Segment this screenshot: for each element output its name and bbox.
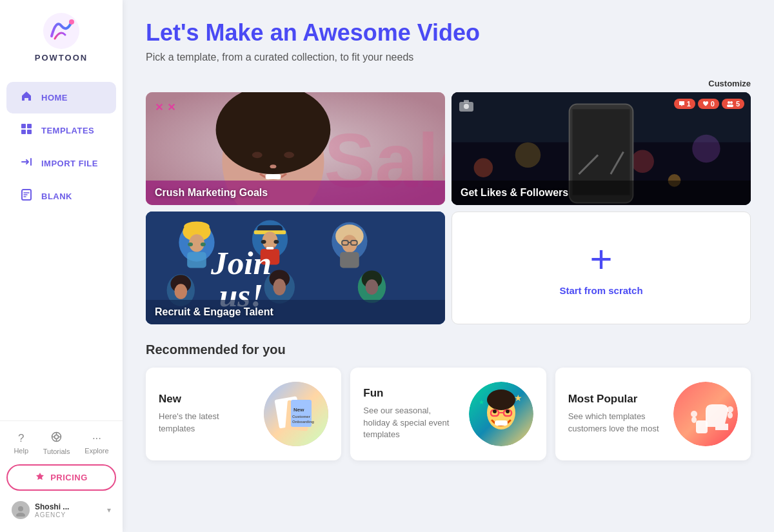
people-count: 5 — [736, 100, 740, 108]
likes-card-title: Get Likes & Followers — [461, 187, 568, 198]
svg-point-39 — [730, 101, 733, 104]
rec-card-new-text: New Here's the latest templates — [159, 393, 253, 435]
explore-icon: ··· — [92, 432, 101, 445]
svg-point-36 — [464, 104, 469, 109]
home-icon — [19, 90, 34, 106]
svg-text:★: ★ — [514, 393, 522, 403]
user-row[interactable]: Shoshi ... AGENCY ▾ — [6, 498, 116, 522]
recruit-card-title: Recruit & Engage Talent — [155, 306, 273, 317]
comment-count: 1 — [687, 100, 691, 108]
svg-point-20 — [284, 152, 294, 158]
sidebar-item-label-import: IMPORT FILE — [41, 159, 98, 168]
rec-card-new-desc: Here's the latest templates — [159, 411, 253, 435]
rec-card-new[interactable]: New Here's the latest templates — [146, 368, 341, 460]
tutorials-icon — [51, 431, 62, 446]
pricing-icon — [35, 471, 45, 484]
powtoon-logo-icon — [42, 12, 81, 50]
new-img-content: New Customer Onboarding — [264, 382, 328, 446]
svg-point-75 — [366, 279, 379, 295]
sidebar-item-import-file[interactable]: IMPORT FILE — [6, 148, 116, 179]
recruit-title-bar: Recruit & Engage Talent — [146, 300, 445, 324]
x-mark-2: ✕ — [167, 101, 175, 113]
sidebar-item-home[interactable]: HOME — [6, 82, 116, 113]
svg-point-1 — [69, 19, 74, 25]
rec-card-fun-title: Fun — [363, 387, 458, 400]
svg-rect-21 — [266, 174, 281, 179]
customize-label[interactable]: Customize — [708, 79, 751, 88]
svg-point-91 — [506, 409, 510, 413]
scratch-label: Start from scratch — [559, 285, 642, 296]
rec-card-popular-text: Most Popular See which templates custome… — [568, 393, 663, 435]
template-card-likes[interactable]: 1 0 5 Get Likes & Followers — [452, 92, 751, 205]
svg-point-45 — [184, 221, 209, 232]
import-icon — [19, 155, 34, 172]
svg-rect-2 — [21, 124, 26, 128]
blank-icon — [19, 188, 34, 204]
svg-point-38 — [728, 101, 730, 104]
help-label: Help — [14, 447, 28, 455]
heart-badge: 0 — [698, 99, 719, 109]
sidebar-item-label-blank: BLANK — [41, 192, 72, 201]
page-title: Let's Make an Awesome Video — [146, 19, 751, 46]
svg-text:Customer: Customer — [292, 415, 311, 419]
rec-cards: New Here's the latest templates — [146, 368, 751, 460]
svg-point-99 — [728, 412, 733, 419]
chevron-down-icon: ▾ — [107, 506, 111, 515]
people-badge: 5 — [722, 99, 744, 109]
sidebar: POWTOON HOME TEMPLATES — [0, 0, 123, 532]
user-role: AGENCY — [35, 511, 102, 518]
svg-point-19 — [252, 152, 263, 158]
rec-card-fun[interactable]: Fun See our seasonal, holiday & special … — [350, 368, 546, 460]
x-marks: ✕ ✕ — [155, 101, 175, 113]
template-card-scratch[interactable]: + Start from scratch — [452, 212, 751, 324]
help-button[interactable]: ? Help — [14, 432, 28, 455]
explore-button[interactable]: ··· Explore — [84, 432, 108, 455]
svg-point-56 — [273, 240, 279, 244]
svg-rect-3 — [27, 124, 32, 128]
social-badges: 1 0 5 — [674, 99, 744, 109]
svg-rect-5 — [27, 130, 32, 134]
logo-text: POWTOON — [35, 53, 88, 63]
svg-text:★: ★ — [479, 399, 484, 406]
comment-badge: 1 — [674, 99, 695, 109]
help-icon: ? — [18, 432, 24, 445]
svg-point-25 — [474, 158, 493, 177]
rec-card-fun-desc: See our seasonal, holiday & special even… — [363, 405, 458, 442]
user-info: Shoshi ... AGENCY — [35, 502, 102, 518]
sidebar-item-templates[interactable]: TEMPLATES — [6, 115, 116, 146]
crush-title-bar: Crush Marketing Goals — [146, 181, 445, 205]
tutorials-label: Tutorials — [43, 448, 70, 455]
svg-point-26 — [515, 143, 541, 168]
pricing-button[interactable]: PRICING — [6, 464, 116, 491]
template-card-crush[interactable]: Sale ✕ ✕ — [146, 92, 445, 205]
svg-point-13 — [18, 506, 23, 511]
svg-point-72 — [273, 279, 286, 295]
x-mark-1: ✕ — [155, 101, 163, 113]
rec-card-new-img: New Customer Onboarding — [264, 382, 328, 446]
explore-label: Explore — [84, 447, 108, 455]
scratch-plus-icon: + — [590, 240, 612, 279]
svg-point-98 — [727, 406, 733, 413]
rec-card-new-title: New — [159, 393, 253, 406]
crush-card-title: Crush Marketing Goals — [155, 187, 268, 198]
svg-point-22 — [270, 164, 277, 168]
svg-point-49 — [201, 242, 206, 246]
templates-icon — [19, 123, 34, 139]
logo-area: POWTOON — [35, 12, 88, 63]
svg-point-90 — [493, 409, 497, 413]
svg-point-96 — [691, 411, 697, 417]
main-content: Let's Make an Awesome Video Pick a templ… — [123, 0, 774, 532]
sidebar-item-label-templates: TEMPLATES — [41, 126, 94, 135]
svg-point-41 — [729, 104, 733, 107]
rec-card-popular[interactable]: Most Popular See which templates custome… — [555, 368, 751, 460]
svg-point-55 — [261, 240, 266, 244]
svg-point-0 — [43, 13, 79, 49]
rec-card-fun-text: Fun See our seasonal, holiday & special … — [363, 387, 458, 442]
tutorials-button[interactable]: Tutorials — [43, 431, 70, 455]
sidebar-item-blank[interactable]: BLANK — [6, 181, 116, 212]
sidebar-item-label-home: HOME — [41, 93, 68, 103]
svg-point-28 — [631, 150, 654, 173]
template-card-recruit[interactable]: Join us! — [146, 212, 445, 324]
user-avatar — [12, 501, 30, 519]
rec-card-fun-img: ★ ★ — [469, 382, 533, 446]
